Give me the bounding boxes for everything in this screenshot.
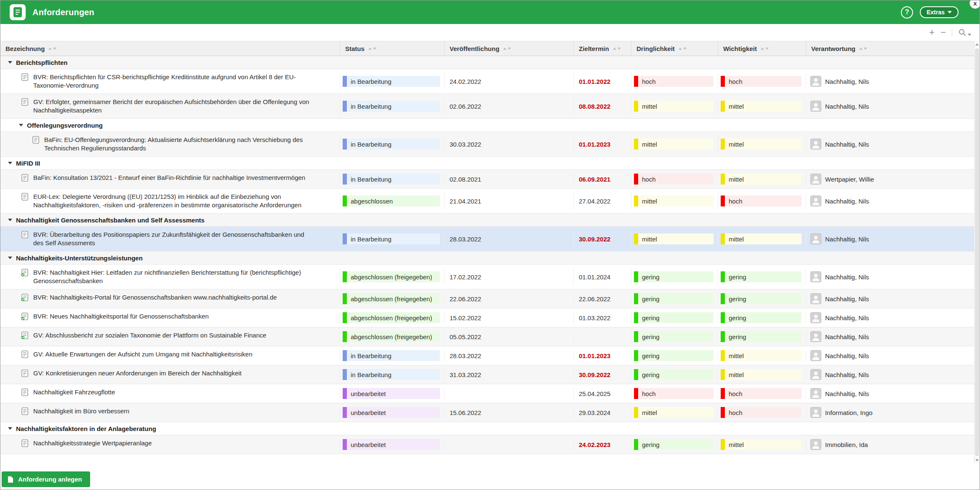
sort-icons[interactable] <box>679 48 687 50</box>
requirement-row[interactable]: GV: Erfolgter, gemeinsamer Bericht der e… <box>0 94 974 119</box>
status-chip: abgeschlossen (freigegeben) <box>343 293 440 304</box>
collapse-caret-icon[interactable] <box>8 61 12 64</box>
sort-asc-icon[interactable] <box>761 48 764 50</box>
priority-color-bar <box>634 439 638 450</box>
requirement-row[interactable]: BVR: Nachhaltigkeits-Portal für Genossen… <box>0 289 974 308</box>
group-row[interactable]: Nachhaltigkeit Genossenschaftsbanken und… <box>0 214 974 227</box>
collapse-caret-icon[interactable] <box>19 124 23 126</box>
requirement-title: EUR-Lex: Delegierte Verordnung ((EU) 202… <box>33 193 316 209</box>
sort-icons[interactable] <box>613 48 621 50</box>
requirement-title-cell: Nachhaltigkeit im Büro verbessern <box>0 407 340 418</box>
chevron-down-icon <box>948 11 952 13</box>
sort-icons[interactable] <box>859 48 867 50</box>
create-requirement-button[interactable]: Anforderung anlegen <box>2 471 90 487</box>
column-label: Status <box>345 45 365 52</box>
sort-desc-icon[interactable] <box>618 48 621 50</box>
sort-icons[interactable] <box>503 48 511 50</box>
owner-cell: Nachhaltig, Nils <box>806 73 974 90</box>
close-button[interactable]: x <box>969 0 980 9</box>
column-label: Verantwortung <box>811 45 855 52</box>
group-row[interactable]: Offenlegungsverordnung <box>0 119 974 132</box>
requirement-row[interactable]: GV: Abschlussbericht zur sozialen Taxono… <box>0 327 974 346</box>
requirement-row[interactable]: BaFin: Konsultation 13/2021 - Entwurf ei… <box>0 170 974 189</box>
column-header-status[interactable]: Status <box>340 41 444 56</box>
requirement-row[interactable]: Nachhaltigkeitsstrategie Wertpapieranlag… <box>0 435 974 454</box>
status-label: unbearbeitet <box>347 388 440 399</box>
priority-chip: mittel <box>721 439 802 450</box>
requirement-row[interactable]: EUR-Lex: Delegierte Verordnung ((EU) 202… <box>0 189 974 214</box>
header-actions: ? Extras <box>901 6 970 19</box>
collapse-caret-icon[interactable] <box>8 257 12 259</box>
expand-all-icon[interactable]: + <box>929 28 935 37</box>
extras-button[interactable]: Extras <box>920 6 959 18</box>
status-label: in Bearbeitung <box>347 174 440 185</box>
priority-chip: mittel <box>634 233 714 244</box>
owner-cell: Nachhaltig, Nils <box>806 369 974 380</box>
sort-asc-icon[interactable] <box>859 48 863 50</box>
requirement-row[interactable]: GV: Konkretisierungen neuer Anforderunge… <box>0 365 974 384</box>
group-row[interactable]: MiFID III <box>0 157 974 170</box>
sort-asc-icon[interactable] <box>503 48 506 50</box>
sort-desc-icon[interactable] <box>683 48 687 50</box>
requirement-title: Nachhaltigkeitsstrategie Wertpapieranlag… <box>33 439 152 447</box>
priority-label: mittel <box>638 195 714 206</box>
sort-desc-icon[interactable] <box>765 48 769 50</box>
priority-color-bar <box>634 174 638 185</box>
sort-icons[interactable] <box>368 48 376 50</box>
status-cell: in Bearbeitung <box>340 174 444 185</box>
column-header-verantwortung[interactable]: Verantwortung <box>806 41 974 56</box>
column-header-veroeffentlichung[interactable]: Veröffentlichung <box>444 41 573 56</box>
column-header-bezeichnung[interactable]: Bezeichnung <box>0 41 340 56</box>
sort-asc-icon[interactable] <box>368 48 372 50</box>
status-chip: in Bearbeitung <box>343 139 440 150</box>
sort-asc-icon[interactable] <box>679 48 682 50</box>
status-color-bar <box>343 233 347 244</box>
requirement-row[interactable]: BVR: Berichtspflichten für CSR-berichtsp… <box>0 69 974 94</box>
group-row[interactable]: Nachhaltigkeitsfaktoren in der Anlageber… <box>0 422 974 435</box>
table-toolbar: + − <box>0 24 980 41</box>
collapse-caret-icon[interactable] <box>8 162 12 164</box>
column-header-zieltermin[interactable]: Zieltermin <box>573 41 631 56</box>
scrollbar-thumb[interactable] <box>975 48 979 456</box>
collapse-caret-icon[interactable] <box>8 427 12 430</box>
requirement-row[interactable]: BVR: Nachhaltigkeit Hier: Leitfaden zur … <box>0 265 974 289</box>
requirement-row[interactable]: BaFin: EU-Offenlegungsverordnung: Aktual… <box>0 132 974 157</box>
priority-label: hoch <box>725 195 802 206</box>
scroll-down-icon[interactable] <box>975 457 980 463</box>
sort-icons[interactable] <box>761 48 769 50</box>
help-button[interactable]: ? <box>901 6 913 19</box>
priority-chip: gering <box>721 271 802 282</box>
collapse-caret-icon[interactable] <box>8 219 12 221</box>
group-row[interactable]: Nachhaltigkeits-Unterstützungsleistungen <box>0 252 974 265</box>
table-header-row: BezeichnungStatusVeröffentlichungZielter… <box>0 41 974 56</box>
requirement-row[interactable]: GV: Aktuelle Erwartungen der Aufsicht zu… <box>0 346 974 365</box>
sort-desc-icon[interactable] <box>373 48 376 50</box>
column-header-dringlichkeit[interactable]: Dringlichkeit <box>631 41 718 56</box>
collapse-all-icon[interactable]: − <box>940 28 946 37</box>
priority-label: mittel <box>638 101 714 112</box>
published-date-cell: 15.02.2022 <box>444 312 573 323</box>
sort-desc-icon[interactable] <box>53 48 56 50</box>
priority-chip: mittel <box>721 101 802 112</box>
requirement-row[interactable]: Nachhaltigkeit Fahrzeugflotteunbearbeite… <box>0 384 974 403</box>
sort-asc-icon[interactable] <box>48 48 52 50</box>
status-color-bar <box>343 407 347 418</box>
avatar-icon <box>810 350 821 361</box>
requirement-row[interactable]: BVR: Überarbeitung des Positionspapiers … <box>0 227 974 252</box>
owner-name: Nachhaltig, Nils <box>825 295 869 303</box>
owner-cell: Nachhaltig, Nils <box>806 230 974 247</box>
group-row[interactable]: Berichtspflichten <box>0 56 974 69</box>
column-header-wichtigkeit[interactable]: Wichtigkeit <box>718 41 806 56</box>
sort-desc-icon[interactable] <box>864 48 867 50</box>
search-icon[interactable] <box>958 28 971 37</box>
requirement-row[interactable]: BVR: Neues Nachhaltigkeitsportal für Gen… <box>0 308 974 327</box>
requirement-document-icon <box>21 369 29 378</box>
vertical-scrollbar[interactable] <box>974 41 980 463</box>
sort-asc-icon[interactable] <box>613 48 616 50</box>
scroll-up-icon[interactable] <box>975 41 980 48</box>
published-date-cell: 30.03.2022 <box>444 136 573 153</box>
requirement-row[interactable]: Nachhaltigkeit im Büro verbessernunbearb… <box>0 403 974 422</box>
sort-icons[interactable] <box>48 48 56 50</box>
urgency-cell: mittel <box>631 193 718 209</box>
sort-desc-icon[interactable] <box>508 48 511 50</box>
